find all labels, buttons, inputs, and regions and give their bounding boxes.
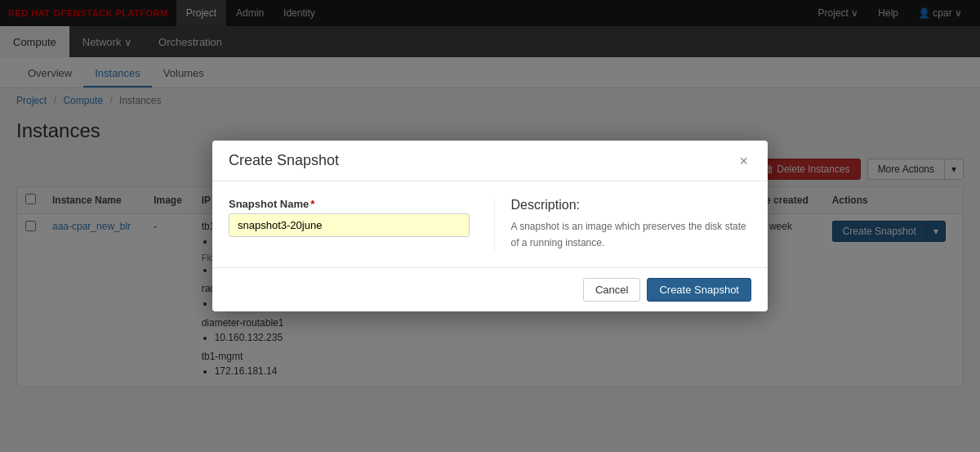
description-text: A snapshot is an image which preserves t… bbox=[511, 219, 752, 250]
cancel-button[interactable]: Cancel bbox=[583, 278, 640, 302]
create-snapshot-modal: Create Snapshot × Snapshot Name* Descrip… bbox=[212, 141, 768, 311]
modal-footer: Cancel Create Snapshot bbox=[212, 267, 768, 311]
modal-close-button[interactable]: × bbox=[736, 154, 751, 168]
description-title: Description: bbox=[511, 198, 752, 213]
snapshot-name-input[interactable] bbox=[229, 213, 470, 237]
modal-form-section: Snapshot Name* bbox=[229, 198, 470, 250]
required-star: * bbox=[310, 198, 314, 210]
modal-title: Create Snapshot bbox=[229, 152, 339, 169]
modal-description-section: Description: A snapshot is an image whic… bbox=[494, 198, 752, 250]
modal-overlay: Create Snapshot × Snapshot Name* Descrip… bbox=[0, 0, 980, 387]
snapshot-name-label: Snapshot Name* bbox=[229, 198, 470, 210]
modal-body: Snapshot Name* Description: A snapshot i… bbox=[212, 181, 768, 266]
snapshot-name-group: Snapshot Name* bbox=[229, 198, 470, 237]
modal-header: Create Snapshot × bbox=[212, 141, 768, 181]
submit-snapshot-button[interactable]: Create Snapshot bbox=[647, 278, 751, 302]
